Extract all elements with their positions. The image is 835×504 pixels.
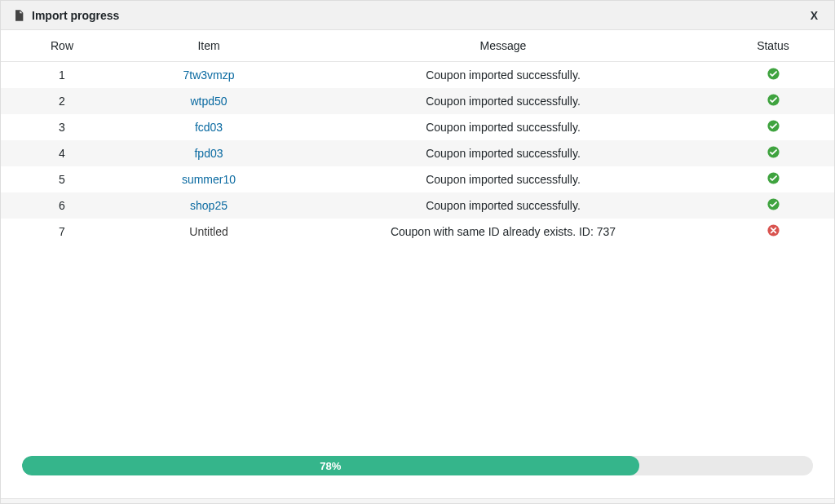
- item-link[interactable]: wtpd50: [190, 95, 227, 108]
- table-row: 3fcd03Coupon imported successfully.: [1, 114, 834, 140]
- dialog-title: Import progress: [32, 9, 119, 22]
- header-item: Item: [123, 30, 294, 61]
- document-icon: [12, 9, 25, 22]
- cell-status: [712, 88, 834, 114]
- success-icon: [767, 119, 780, 133]
- success-icon: [767, 171, 780, 185]
- success-icon: [767, 93, 780, 107]
- cell-status: [712, 140, 834, 166]
- cell-row-number: 2: [1, 88, 123, 114]
- success-icon: [767, 145, 780, 159]
- cell-status: [712, 114, 834, 140]
- success-icon: [767, 67, 780, 81]
- cell-row-number: 5: [1, 166, 123, 192]
- titlebar-left: Import progress: [12, 9, 119, 22]
- table-row: 2wtpd50Coupon imported successfully.: [1, 88, 834, 114]
- item-link[interactable]: shop25: [190, 199, 228, 212]
- bottom-border: [1, 498, 834, 503]
- item-link[interactable]: summer10: [182, 173, 236, 186]
- table-row: 5summer10Coupon imported successfully.: [1, 166, 834, 192]
- progress-fill: 78%: [22, 456, 639, 475]
- close-button[interactable]: X: [806, 7, 823, 24]
- item-link[interactable]: 7tw3vmzp: [183, 69, 234, 82]
- progress-label: 78%: [320, 460, 341, 472]
- table-row: 4fpd03Coupon imported successfully.: [1, 140, 834, 166]
- cell-item: Untitled: [123, 219, 294, 245]
- table-row: 6shop25Coupon imported successfully.: [1, 192, 834, 219]
- item-text: Untitled: [189, 225, 228, 238]
- progress-bar: 78%: [22, 456, 813, 475]
- cell-row-number: 1: [1, 61, 123, 88]
- cell-row-number: 7: [1, 219, 123, 245]
- cell-message: Coupon imported successfully.: [294, 140, 712, 166]
- cell-item: fpd03: [123, 140, 294, 166]
- header-row: Row: [1, 30, 123, 61]
- cell-message: Coupon imported successfully.: [294, 88, 712, 114]
- cell-row-number: 6: [1, 192, 123, 219]
- table-header-row: Row Item Message Status: [1, 30, 834, 61]
- cell-status: [712, 192, 834, 219]
- cell-message: Coupon imported successfully.: [294, 166, 712, 192]
- dialog-titlebar: Import progress X: [1, 1, 834, 30]
- cell-message: Coupon imported successfully.: [294, 114, 712, 140]
- error-icon: [767, 223, 780, 237]
- cell-status: [712, 219, 834, 245]
- content-area: Row Item Message Status 17tw3vmzpCoupon …: [1, 30, 834, 440]
- item-link[interactable]: fpd03: [194, 147, 223, 160]
- cell-message: Coupon with same ID already exists. ID: …: [294, 219, 712, 245]
- cell-row-number: 4: [1, 140, 123, 166]
- cell-status: [712, 61, 834, 88]
- cell-item: summer10: [123, 166, 294, 192]
- cell-item: fcd03: [123, 114, 294, 140]
- table-row: 17tw3vmzpCoupon imported successfully.: [1, 61, 834, 88]
- cell-status: [712, 166, 834, 192]
- dialog-footer: 78%: [1, 440, 834, 498]
- import-progress-dialog: Import progress X Row Item Message Statu…: [0, 0, 835, 504]
- cell-item: shop25: [123, 192, 294, 219]
- header-status: Status: [712, 30, 834, 61]
- import-results-table: Row Item Message Status 17tw3vmzpCoupon …: [1, 30, 834, 245]
- success-icon: [767, 197, 780, 211]
- item-link[interactable]: fcd03: [195, 121, 223, 134]
- header-message: Message: [294, 30, 712, 61]
- cell-item: 7tw3vmzp: [123, 61, 294, 88]
- cell-message: Coupon imported successfully.: [294, 61, 712, 88]
- cell-message: Coupon imported successfully.: [294, 192, 712, 219]
- cell-item: wtpd50: [123, 88, 294, 114]
- cell-row-number: 3: [1, 114, 123, 140]
- table-row: 7UntitledCoupon with same ID already exi…: [1, 219, 834, 245]
